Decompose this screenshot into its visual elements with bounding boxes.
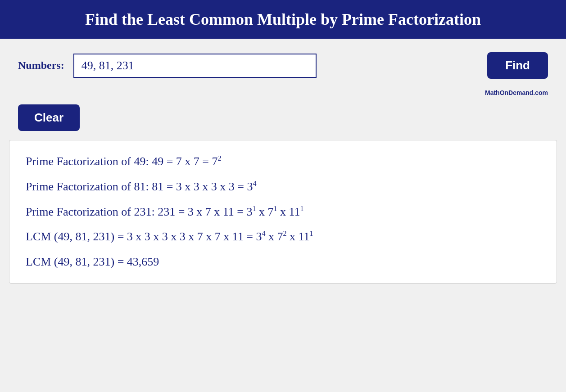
result-line-3-end: x 11 xyxy=(277,205,300,218)
result-line-3-exp2: 1 xyxy=(274,205,277,212)
results-section: Prime Factorization of 49: 49 = 7 x 7 = … xyxy=(9,140,557,284)
result-line-1: Prime Factorization of 49: 49 = 7 x 7 = … xyxy=(26,154,540,169)
numbers-input[interactable] xyxy=(73,54,317,78)
result-line-3-text: Prime Factorization of 231: 231 = 3 x 7 … xyxy=(26,205,253,218)
result-line-2-text: Prime Factorization of 81: 81 = 3 x 3 x … xyxy=(26,180,253,193)
result-line-4-end: x 11 xyxy=(287,230,310,243)
result-line-5: LCM (49, 81, 231) = 43,659 xyxy=(26,254,540,270)
page-title: Find the Least Common Multiple by Prime … xyxy=(0,0,566,39)
result-line-3-exp1: 1 xyxy=(253,205,256,212)
numbers-label: Numbers: xyxy=(18,59,64,72)
clear-button[interactable]: Clear xyxy=(18,104,80,131)
result-line-3-mid: x 7 xyxy=(256,205,274,218)
result-line-4-exp1: 4 xyxy=(262,230,266,238)
result-line-5-text: LCM (49, 81, 231) = 43,659 xyxy=(26,255,159,268)
result-line-3-exp3: 1 xyxy=(300,205,304,212)
result-line-1-exp: 2 xyxy=(218,154,222,162)
result-line-2: Prime Factorization of 81: 81 = 3 x 3 x … xyxy=(26,179,540,194)
input-section: Numbers: Find xyxy=(0,39,566,86)
watermark-text: MathOnDemand.com xyxy=(485,89,548,96)
result-line-3: Prime Factorization of 231: 231 = 3 x 7 … xyxy=(26,204,540,220)
watermark-row: MathOnDemand.com xyxy=(0,86,566,100)
result-line-1-text: Prime Factorization of 49: 49 = 7 x 7 = … xyxy=(26,155,218,168)
result-line-4-text: LCM (49, 81, 231) = 3 x 3 x 3 x 3 x 7 x … xyxy=(26,230,262,243)
result-line-4: LCM (49, 81, 231) = 3 x 3 x 3 x 3 x 7 x … xyxy=(26,229,540,244)
result-line-2-exp: 4 xyxy=(253,180,257,187)
result-line-4-exp3: 1 xyxy=(310,230,313,238)
result-line-4-mid: x 7 xyxy=(266,230,283,243)
result-line-4-exp2: 2 xyxy=(283,230,287,238)
find-button[interactable]: Find xyxy=(487,52,548,79)
clear-row: Clear xyxy=(0,100,566,140)
